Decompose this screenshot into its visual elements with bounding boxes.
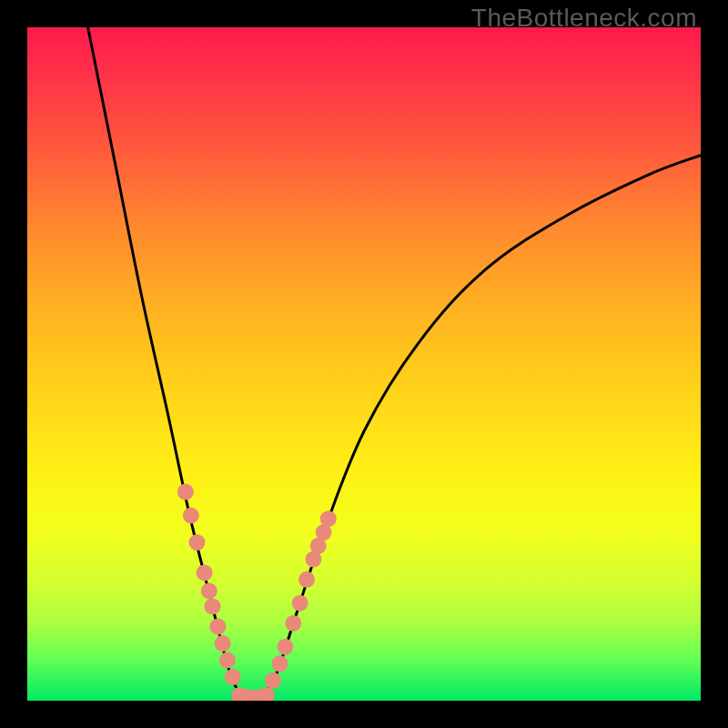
marker-dot — [292, 595, 308, 612]
curve-svg — [27, 27, 701, 701]
curve-left-branch — [88, 27, 243, 697]
marker-dot — [177, 484, 194, 500]
marker-dot — [188, 534, 205, 551]
marker-dot — [219, 652, 236, 669]
marker-dot — [183, 508, 199, 524]
marker-dot — [272, 655, 288, 672]
marker-dot — [209, 619, 226, 635]
marker-dot — [258, 687, 275, 701]
marker-dot — [265, 672, 281, 689]
marker-dot — [225, 669, 241, 685]
marker-dot — [320, 511, 337, 527]
marker-dot — [201, 582, 217, 599]
curve-right-branch — [263, 156, 701, 698]
plot-area — [27, 27, 701, 701]
marker-dot — [285, 615, 301, 632]
marker-dot — [215, 635, 231, 652]
marker-dot — [197, 564, 213, 581]
marker-dot — [277, 639, 293, 655]
chart-container: TheBottleneck.com — [0, 0, 728, 728]
marker-group — [177, 484, 337, 701]
marker-dot — [205, 598, 221, 614]
marker-dot — [298, 571, 315, 588]
